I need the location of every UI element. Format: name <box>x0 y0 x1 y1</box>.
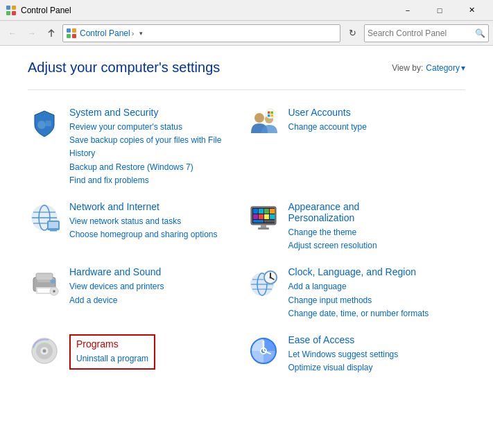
title-bar: Control Panel − □ ✕ <box>0 0 493 21</box>
header-divider <box>28 89 465 90</box>
svg-rect-32 <box>253 214 258 219</box>
minimize-button[interactable]: − <box>392 0 424 21</box>
system-security-link-2[interactable]: Save backup copies of your files with Fi… <box>69 134 240 160</box>
svg-rect-39 <box>258 227 269 230</box>
clock-language-link-1[interactable]: Add a language <box>288 280 459 293</box>
category-ease-of-access: Ease of Access Let Windows suggest setti… <box>247 329 466 383</box>
category-clock-language: Clock, Language, and Region Add a langua… <box>247 261 466 329</box>
clock-language-icon <box>247 266 280 300</box>
svg-rect-5 <box>72 28 76 33</box>
category-programs: Programs Uninstall a program <box>28 329 247 383</box>
svg-rect-38 <box>261 225 266 227</box>
programs-highlight-box: Programs Uninstall a program <box>69 334 155 370</box>
appearance-icon <box>247 201 280 234</box>
up-button[interactable] <box>43 25 60 42</box>
network-internet-link-1[interactable]: View network status and tasks <box>69 215 240 228</box>
hardware-sound-link-1[interactable]: View devices and printers <box>69 280 240 293</box>
system-security-link-3[interactable]: Backup and Restore (Windows 7) <box>69 161 240 174</box>
svg-rect-2 <box>6 11 10 15</box>
svg-rect-37 <box>264 220 275 223</box>
forward-button[interactable]: → <box>24 25 40 42</box>
ease-of-access-title[interactable]: Ease of Access <box>288 334 459 345</box>
hardware-sound-icon <box>28 266 61 300</box>
categories-grid: System and Security Review your computer… <box>28 101 465 383</box>
view-by: View by: Category ▾ <box>392 63 465 73</box>
hardware-sound-text: Hardware and Sound View devices and prin… <box>69 266 240 307</box>
network-internet-icon <box>28 201 61 234</box>
appearance-link-2[interactable]: Adjust screen resolution <box>288 239 459 252</box>
svg-point-62 <box>43 349 46 352</box>
clock-language-link-3[interactable]: Change date, time, or number formats <box>288 307 459 320</box>
system-security-link-4[interactable]: Find and fix problems <box>69 174 240 187</box>
address-bar: ← → Control Panel › ▾ ↻ 🔍 <box>0 21 493 46</box>
svg-rect-9 <box>46 121 51 126</box>
search-box[interactable]: 🔍 <box>364 24 489 42</box>
svg-point-10 <box>254 113 264 123</box>
svg-rect-1 <box>12 6 16 10</box>
svg-rect-35 <box>270 214 275 219</box>
svg-rect-13 <box>268 112 270 114</box>
svg-rect-14 <box>270 112 273 114</box>
svg-rect-34 <box>264 214 269 219</box>
view-by-dropdown[interactable]: Category ▾ <box>426 63 465 73</box>
ease-of-access-text: Ease of Access Let Windows suggest setti… <box>288 334 459 374</box>
clock-language-link-2[interactable]: Change input methods <box>288 294 459 307</box>
search-input[interactable] <box>367 28 475 38</box>
close-button[interactable]: ✕ <box>456 0 487 21</box>
address-folder-icon <box>66 28 77 39</box>
window-icon <box>6 5 17 16</box>
user-accounts-text: User Accounts Change account type <box>288 107 459 134</box>
address-dropdown-button[interactable]: ▾ <box>134 24 148 42</box>
ease-of-access-link-2[interactable]: Optimize visual display <box>288 361 459 374</box>
user-accounts-title[interactable]: User Accounts <box>288 107 459 118</box>
address-part-1: Control Panel <box>80 28 130 38</box>
appearance-link-1[interactable]: Change the theme <box>288 226 459 239</box>
programs-icon <box>28 334 61 368</box>
address-input[interactable]: Control Panel › ▾ <box>62 24 340 42</box>
svg-rect-30 <box>264 209 269 214</box>
svg-point-44 <box>51 279 55 284</box>
ease-of-access-icon <box>247 334 280 368</box>
ease-of-access-link-1[interactable]: Let Windows suggest settings <box>288 348 459 361</box>
hardware-sound-link-2[interactable]: Add a device <box>69 294 240 307</box>
svg-rect-6 <box>67 34 71 38</box>
view-by-label: View by: <box>392 63 423 73</box>
category-user-accounts: User Accounts Change account type <box>247 101 466 196</box>
main-content: Adjust your computer's settings View by:… <box>0 46 493 448</box>
clock-language-title[interactable]: Clock, Language, and Region <box>288 266 459 277</box>
hardware-sound-title[interactable]: Hardware and Sound <box>69 266 240 277</box>
svg-rect-24 <box>51 229 55 230</box>
window-title: Control Panel <box>21 6 392 15</box>
svg-rect-43 <box>37 288 51 293</box>
programs-title[interactable]: Programs <box>76 338 148 350</box>
svg-rect-36 <box>253 220 263 223</box>
category-hardware-sound: Hardware and Sound View devices and prin… <box>28 261 247 329</box>
address-path: Control Panel › <box>80 28 134 38</box>
user-accounts-link-1[interactable]: Change account type <box>288 121 459 134</box>
category-network-internet: Network and Internet View network status… <box>28 196 247 261</box>
svg-rect-29 <box>259 209 263 214</box>
svg-rect-41 <box>36 273 53 280</box>
system-security-title[interactable]: System and Security <box>69 107 240 118</box>
svg-point-58 <box>269 277 271 279</box>
svg-rect-25 <box>50 230 57 232</box>
svg-rect-16 <box>270 114 273 117</box>
maximize-button[interactable]: □ <box>424 0 456 21</box>
svg-point-12 <box>266 109 275 119</box>
network-internet-link-2[interactable]: Choose homegroup and sharing options <box>69 228 240 241</box>
search-icon[interactable]: 🔍 <box>475 28 485 38</box>
network-internet-text: Network and Internet View network status… <box>69 201 240 241</box>
appearance-title[interactable]: Appearance andPersonalization <box>288 201 459 223</box>
svg-rect-4 <box>67 28 71 33</box>
programs-text: Programs Uninstall a program <box>69 334 240 370</box>
svg-rect-23 <box>49 222 58 228</box>
programs-link-1[interactable]: Uninstall a program <box>76 352 148 365</box>
refresh-button[interactable]: ↻ <box>343 24 361 42</box>
window-controls: − □ ✕ <box>392 0 487 21</box>
svg-point-48 <box>53 291 55 292</box>
network-internet-title[interactable]: Network and Internet <box>69 201 240 212</box>
system-security-link-1[interactable]: Review your computer's status <box>69 121 240 134</box>
svg-rect-15 <box>268 114 270 117</box>
back-button[interactable]: ← <box>4 25 21 42</box>
svg-rect-33 <box>259 214 263 219</box>
